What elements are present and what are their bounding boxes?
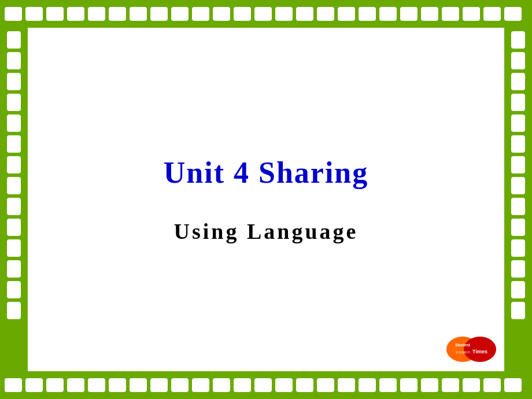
film-hole [7,31,21,49]
film-hole [511,260,525,278]
film-hole [7,156,21,173]
film-hole [109,7,126,21]
film-strip-left [0,28,28,371]
film-hole [171,7,189,21]
film-hole [67,378,84,392]
svg-text:Times: Times [472,349,487,354]
svg-text:学生报时代: 学生报时代 [456,350,470,354]
film-hole [46,378,64,392]
film-hole [234,378,251,392]
film-hole [25,378,43,392]
main-content: Unit 4 Sharing Using Language Student Ti… [28,28,504,371]
film-hole [511,239,525,257]
film-hole [379,378,397,392]
svg-text:Student: Student [455,343,471,347]
film-hole [511,114,525,132]
film-hole [213,378,230,392]
film-hole [88,7,105,21]
film-strip-right [504,28,532,371]
film-hole [109,378,126,392]
film-hole [511,31,525,49]
film-hole [338,378,355,392]
film-hole [359,378,376,392]
student-times-logo: Student Times 学生报时代 [445,333,497,362]
film-hole [25,7,43,21]
film-hole [511,302,525,319]
film-hole [421,378,438,392]
film-hole [130,7,147,21]
film-hole [5,378,22,392]
film-hole [275,7,293,21]
sub-title: Using Language [174,219,359,244]
film-hole [511,73,525,90]
film-hole [511,198,525,215]
film-hole [400,378,418,392]
film-hole [7,239,21,257]
film-hole [192,7,209,21]
film-hole [463,7,480,21]
film-hole [317,7,334,21]
film-hole [7,260,21,278]
film-hole [7,135,21,153]
film-hole [400,7,418,21]
film-hole [511,52,525,69]
film-hole [67,7,84,21]
film-hole [7,219,21,236]
film-hole [442,378,459,392]
film-hole [150,378,168,392]
film-hole [463,378,480,392]
film-strip-top [0,0,532,28]
film-hole [379,7,397,21]
main-title: Unit 4 Sharing [164,156,369,190]
film-hole [213,7,230,21]
film-hole [483,7,501,21]
film-hole [511,219,525,236]
film-hole [234,7,251,21]
film-hole [7,302,21,319]
film-hole [171,378,189,392]
film-hole [7,52,21,69]
film-hole [254,7,272,21]
film-hole [504,7,522,21]
film-hole [511,177,525,194]
film-hole [483,378,501,392]
slide-container: Unit 4 Sharing Using Language Student Ti… [0,0,532,399]
film-hole [150,7,168,21]
film-hole [254,378,272,392]
film-hole [504,378,522,392]
film-hole [275,378,293,392]
film-hole [511,135,525,153]
film-hole [511,94,525,111]
film-hole [359,7,376,21]
film-hole [338,7,355,21]
film-hole [5,7,22,21]
film-hole [511,281,525,298]
film-hole [7,73,21,90]
film-hole [7,177,21,194]
film-hole [7,114,21,132]
film-hole [421,7,438,21]
film-hole [88,378,105,392]
film-hole [296,7,313,21]
film-strip-bottom [0,371,532,399]
film-hole [442,7,459,21]
film-hole [130,378,147,392]
film-hole [7,94,21,111]
film-hole [46,7,64,21]
film-hole [511,156,525,173]
film-hole [7,198,21,215]
film-hole [7,281,21,298]
film-hole [317,378,334,392]
logo-container: Student Times 学生报时代 [445,333,497,364]
film-hole [192,378,209,392]
film-hole [296,378,313,392]
